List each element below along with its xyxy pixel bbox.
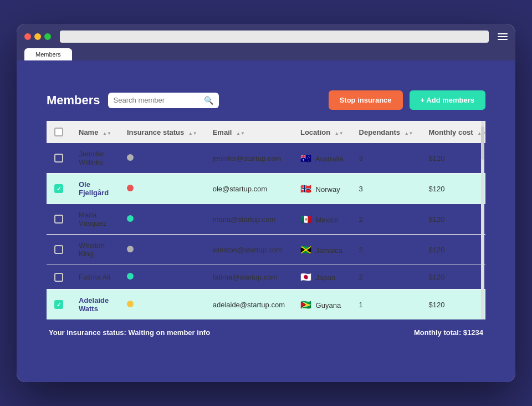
cost-value: $120 (428, 215, 444, 224)
table-row[interactable]: Maria Vásquez maria@startup.com 🇲🇽 Mexic… (47, 204, 485, 235)
address-bar[interactable] (60, 31, 489, 43)
cost-value: $120 (428, 154, 444, 163)
search-input[interactable] (114, 96, 201, 104)
status-dot (127, 154, 134, 161)
email-cell: adelaide@startup.com (205, 290, 293, 320)
sort-status-icon[interactable]: ▲▼ (188, 131, 197, 136)
col-name[interactable]: Name ▲▼ (71, 121, 119, 143)
stop-insurance-button[interactable]: Stop insurance (329, 90, 403, 110)
status-cell (119, 265, 205, 290)
cost-cell: $120 (421, 204, 485, 235)
add-members-button[interactable]: + Add members (410, 90, 485, 110)
checkbox-cell (47, 204, 71, 235)
col-location[interactable]: Location ▲▼ (293, 121, 351, 143)
name-cell: Winston King (71, 235, 119, 265)
location-value: Norway (316, 185, 340, 194)
cost-cell: $120 (421, 265, 485, 290)
status-cell (119, 290, 205, 320)
scrollbar-track[interactable] (481, 121, 484, 319)
email-cell: jennifer@startup.com (205, 143, 293, 174)
maximize-dot[interactable] (44, 33, 51, 40)
col-monthly-cost[interactable]: Monthly cost ▲▼ (421, 121, 485, 143)
scrollbar-thumb[interactable] (481, 126, 484, 160)
checkbox-cell (47, 265, 71, 290)
minimize-dot[interactable] (34, 33, 41, 40)
sort-name-icon[interactable]: ▲▼ (103, 131, 111, 136)
flag-icon: 🇯🇵 (300, 272, 311, 282)
member-name: Winston King (79, 241, 105, 258)
app-inner: Members 🔍 Stop insurance + Add members (33, 77, 499, 350)
app-container: Members 🔍 Stop insurance + Add members (17, 60, 515, 382)
table-row[interactable]: Adelaide Watts adelaide@startup.com 🇬🇾 G… (47, 290, 485, 320)
location-cell: 🇯🇲 Jamaica (293, 235, 351, 265)
email-value: ole@startup.com (213, 185, 267, 193)
cost-value: $120 (428, 185, 444, 193)
row-checkbox[interactable] (54, 245, 63, 254)
sort-email-icon[interactable]: ▲▼ (236, 131, 245, 136)
cost-cell: $120 (421, 235, 485, 265)
table-row[interactable]: Jennifer Willinks jennifer@startup.com 🇦… (47, 143, 485, 174)
search-box[interactable]: 🔍 (108, 93, 219, 108)
location-cell: 🇬🇾 Guyana (293, 290, 351, 320)
table-body: Jennifer Willinks jennifer@startup.com 🇦… (47, 143, 485, 319)
location-value: Mexico (316, 216, 339, 224)
member-name: Adelaide Watts (79, 296, 109, 313)
location-value: Australia (315, 155, 344, 163)
checkbox-cell (47, 143, 71, 174)
email-cell: winston@startup.com (205, 235, 293, 265)
flag-icon: 🇳🇴 (300, 184, 311, 194)
name-cell: Adelaide Watts (71, 290, 119, 320)
location-cell: 🇳🇴 Norway (293, 174, 351, 204)
select-all-checkbox[interactable] (54, 128, 63, 136)
header-checkbox-cell (47, 121, 71, 143)
table-row[interactable]: Ole Fjellgård ole@startup.com 🇳🇴 Norway … (47, 174, 485, 204)
status-dot (127, 273, 134, 280)
browser-menu[interactable] (498, 33, 508, 40)
member-name: Jennifer Willinks (79, 150, 104, 166)
row-checkbox[interactable] (54, 154, 63, 163)
browser-chrome: Members (17, 24, 515, 60)
status-cell (119, 143, 205, 174)
status-cell (119, 174, 205, 204)
dependants-value: 2 (359, 246, 363, 254)
cost-value: $120 (428, 273, 444, 281)
col-email[interactable]: Email ▲▼ (205, 121, 293, 143)
members-table: Name ▲▼ Insurance status ▲▼ Email ▲▼ (47, 121, 485, 319)
browser-tabs: Members (24, 48, 508, 60)
status-cell (119, 235, 205, 265)
sort-dependants-icon[interactable]: ▲▼ (405, 131, 413, 136)
row-checkbox[interactable] (54, 300, 63, 309)
dependants-value: 2 (359, 273, 363, 281)
table-header: Name ▲▼ Insurance status ▲▼ Email ▲▼ (47, 121, 485, 143)
location-cell: 🇲🇽 Mexico (293, 204, 351, 235)
col-dependants[interactable]: Dependants ▲▼ (351, 121, 421, 143)
member-name: Ole Fjellgård (79, 180, 109, 197)
monthly-total: Monthly total: $1234 (414, 328, 483, 337)
email-cell: ole@startup.com (205, 174, 293, 204)
checkbox-cell (47, 174, 71, 204)
cost-cell: $120 (421, 290, 485, 320)
flag-icon: 🇦🇺 (300, 154, 311, 163)
tab-members[interactable]: Members (24, 48, 72, 60)
page-title: Members (47, 93, 100, 108)
dependants-cell: 2 (351, 235, 421, 265)
location-cell: 🇯🇵 Japan (293, 265, 351, 290)
col-insurance-status[interactable]: Insurance status ▲▼ (119, 121, 205, 143)
cost-cell: $120 (421, 174, 485, 204)
table-row[interactable]: Winston King winston@startup.com 🇯🇲 Jama… (47, 235, 485, 265)
status-dot (127, 301, 134, 307)
email-cell: maria@startup.com (205, 204, 293, 235)
table-row[interactable]: Fatima Ali fatima@startup.com 🇯🇵 Japan 2… (47, 265, 485, 290)
email-value: fatima@startup.com (213, 273, 278, 281)
row-checkbox[interactable] (54, 215, 63, 224)
name-cell: Jennifer Willinks (71, 143, 119, 174)
sort-location-icon[interactable]: ▲▼ (335, 131, 344, 136)
app-footer: Your insurance status: Waiting on member… (47, 328, 485, 337)
status-dot (127, 215, 134, 222)
location-value: Japan (316, 273, 335, 282)
row-checkbox[interactable] (54, 184, 63, 193)
name-cell: Maria Vásquez (71, 204, 119, 235)
close-dot[interactable] (24, 33, 31, 40)
dependants-cell: 2 (351, 265, 421, 290)
row-checkbox[interactable] (54, 273, 63, 282)
